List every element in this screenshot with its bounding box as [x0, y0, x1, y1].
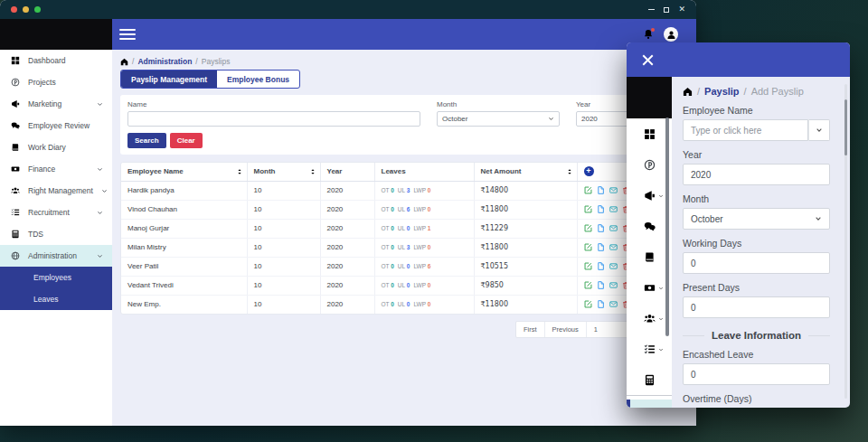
sidebar-item-label: Projects	[28, 78, 56, 87]
chevron-down-icon	[101, 188, 108, 194]
collapsed-sidebar-megaphone-icon[interactable]	[644, 190, 656, 202]
document-icon[interactable]	[597, 205, 605, 213]
sidebar-item-tds[interactable]: TDS	[0, 223, 112, 245]
breadcrumb-page: Payslips	[202, 57, 231, 66]
sort-icon[interactable]	[309, 168, 316, 175]
hamburger-menu-icon[interactable]	[119, 29, 136, 39]
pagination-previous[interactable]: Previous	[545, 322, 587, 337]
collapsed-sidebar-list-icon[interactable]	[644, 343, 656, 355]
collapsed-sidebar-book-icon[interactable]	[644, 251, 656, 263]
home-icon[interactable]	[120, 58, 128, 66]
traffic-light-close[interactable]	[11, 6, 17, 13]
sidebar-item-employee-review[interactable]: Employee Review	[0, 115, 112, 136]
header-bar	[112, 19, 696, 50]
user-avatar[interactable]	[664, 27, 678, 42]
edit-icon[interactable]	[584, 224, 592, 232]
sidebar-item-marketing[interactable]: Marketing	[0, 93, 112, 115]
close-icon[interactable]: ✕	[678, 5, 685, 14]
document-icon[interactable]	[597, 262, 605, 270]
traffic-light-maximize[interactable]	[34, 6, 41, 13]
sidebar-item-work-diary[interactable]: Work Diary	[0, 136, 112, 158]
encashed-leave-input[interactable]: 0	[683, 363, 830, 385]
table-row[interactable]: Milan Mistry 10 2020 OT 0UL 3LWP 0 ₹1180…	[121, 238, 689, 257]
collapsed-sidebar-pinterest-icon[interactable]	[644, 159, 656, 171]
mail-icon[interactable]	[609, 224, 618, 232]
chat-icon	[11, 121, 20, 130]
sort-icon[interactable]	[236, 168, 243, 175]
clear-button[interactable]: Clear	[170, 133, 203, 148]
mail-icon[interactable]	[609, 205, 618, 213]
month-filter-select[interactable]: October	[437, 111, 560, 127]
year-label: Year	[683, 149, 830, 160]
table-row[interactable]: Vedant Trivedi 10 2020 OT 0UL 0LWP 0 ₹98…	[121, 276, 689, 295]
add-payslip-form: / Payslip / Add Payslip Employee Name Ty…	[672, 77, 850, 408]
sidebar-item-projects[interactable]: Projects	[0, 71, 112, 93]
sidebar-item-finance[interactable]: Finance	[0, 158, 112, 180]
name-filter-input[interactable]	[133, 115, 415, 123]
edit-icon[interactable]	[584, 243, 592, 251]
edit-icon[interactable]	[584, 262, 592, 270]
edit-icon[interactable]	[584, 205, 592, 213]
tab-payslip-management[interactable]: Payslip Management	[121, 71, 217, 88]
document-icon[interactable]	[597, 243, 605, 251]
sort-icon[interactable]	[566, 168, 573, 175]
year-value: 2020	[691, 170, 711, 180]
employee-name-input[interactable]: Type or click here	[683, 119, 808, 141]
mail-icon[interactable]	[609, 300, 618, 308]
cell-year: 2020	[320, 181, 374, 200]
tab-employee-bonus[interactable]: Employee Bonus	[217, 71, 299, 88]
breadcrumb-section[interactable]: Payslip	[704, 86, 740, 97]
table-row[interactable]: New Emp. 10 2020 OT 0UL 0LWP 0 ₹11800	[121, 295, 689, 314]
present-days-input[interactable]: 0	[683, 296, 830, 318]
collapsed-sidebar-users-icon[interactable]	[644, 313, 656, 324]
cell-net-amount: ₹11800	[474, 295, 577, 314]
breadcrumb-section[interactable]: Administration	[137, 57, 192, 66]
sidebar-item-right-management[interactable]: Right Management	[0, 180, 112, 202]
col-month: Month	[254, 167, 276, 175]
document-icon[interactable]	[597, 224, 605, 232]
collapsed-sidebar-calculator-icon[interactable]	[644, 374, 656, 386]
close-icon[interactable]	[641, 53, 655, 67]
document-icon[interactable]	[597, 186, 605, 194]
notification-bell-icon[interactable]	[643, 29, 654, 40]
table-row[interactable]: Manoj Gurjar 10 2020 OT 0UL 0LWP 1 ₹1122…	[121, 219, 689, 238]
add-payslip-button[interactable]: +	[584, 166, 594, 176]
maximize-icon[interactable]	[664, 7, 669, 13]
working-days-input[interactable]: 0	[683, 252, 830, 274]
edit-icon[interactable]	[584, 281, 592, 289]
sidebar-item-leaves[interactable]: Leaves	[0, 288, 112, 310]
pagination-page-number[interactable]: 1	[594, 325, 598, 334]
traffic-light-minimize[interactable]	[23, 6, 29, 13]
edit-icon[interactable]	[584, 186, 592, 194]
form-scrollbar-thumb[interactable]	[844, 99, 847, 155]
collapsed-sidebar-chat-icon[interactable]	[644, 221, 656, 232]
search-button[interactable]: Search	[127, 133, 166, 148]
table-row[interactable]: Hardik pandya 10 2020 OT 0UL 3LWP 0 ₹148…	[121, 181, 689, 200]
sidebar-item-recruitment[interactable]: Recruitment	[0, 202, 112, 223]
pagination-first[interactable]: First	[516, 322, 545, 337]
month-select[interactable]: October	[683, 208, 830, 230]
sidebar-item-dashboard[interactable]: Dashboard	[0, 50, 112, 71]
main-app-window: ✕ Dashboard Projects Marketing Employee …	[0, 0, 696, 426]
mail-icon[interactable]	[609, 243, 618, 251]
sidebar-scrollbar[interactable]	[665, 118, 669, 336]
mail-icon[interactable]	[609, 281, 618, 289]
collapsed-sidebar-money-icon[interactable]	[644, 282, 656, 294]
collapsed-sidebar-grid-icon[interactable]	[644, 128, 656, 140]
table-row[interactable]: Veer Patil 10 2020 OT 0UL 0LWP 6 ₹10515	[121, 257, 689, 276]
home-icon[interactable]	[683, 87, 693, 97]
mail-icon[interactable]	[609, 262, 618, 270]
sidebar-item-employees[interactable]: Employees	[0, 267, 112, 288]
sidebar-item-administration-active[interactable]	[627, 400, 672, 408]
mail-icon[interactable]	[609, 186, 618, 194]
employee-name-dropdown-button[interactable]	[808, 119, 830, 141]
table-row[interactable]: Vinod Chauhan 10 2020 OT 0UL 6LWP 0 ₹118…	[121, 200, 689, 219]
document-icon[interactable]	[597, 281, 605, 289]
document-icon[interactable]	[597, 300, 605, 308]
chevron-down-icon	[97, 101, 103, 108]
edit-icon[interactable]	[584, 300, 592, 308]
sidebar-item-administration[interactable]: Administration	[0, 245, 112, 267]
year-input[interactable]: 2020	[683, 164, 830, 185]
minimize-icon[interactable]	[648, 9, 655, 10]
chevron-down-icon	[658, 286, 664, 291]
